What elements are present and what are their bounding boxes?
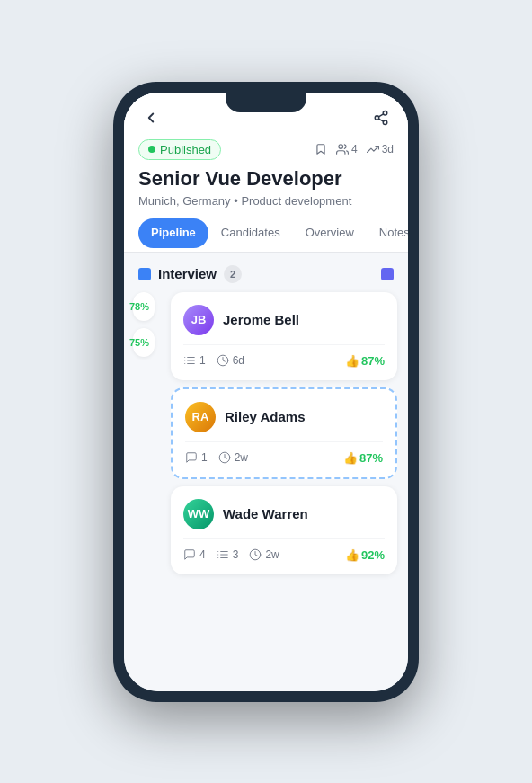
main-content: Interview 2 78% 75% [124,253,408,587]
svg-line-3 [378,119,383,121]
stat-list-jerome: 1 [183,354,206,367]
divider-riley [185,441,383,442]
tabs-bar: Pipeline Candidates Overview Notes [124,218,408,253]
stat-list-wade: 3 [217,548,239,561]
section-right-indicator [381,268,394,280]
avatar-initials-wade: WW [188,507,210,521]
candidate-stats-wade: 4 [183,548,385,562]
screen-content: Published [124,93,408,691]
divider-wade [183,538,385,539]
job-location: Munich, Germany [138,194,231,208]
candidate-card-wade[interactable]: WW Wade Warren 4 [171,486,397,574]
header: Published [124,93,408,253]
applicants-count: 4 [351,143,358,156]
match-percent-wade: 👍 92% [345,548,385,562]
peek-card-2: 75% [133,328,155,357]
avatar-initials-riley: RA [192,410,209,423]
candidate-header-riley: RA Riley Adams [185,402,383,432]
phone-screen: Published [124,93,408,691]
match-value-jerome: 87% [361,354,385,368]
published-badge: Published [138,139,221,160]
phone-notch [226,93,306,112]
published-label: Published [160,143,211,156]
candidate-header-jerome: JB Jerome Bell [183,305,385,335]
tab-notes[interactable]: Notes [367,218,408,253]
stat-chat-riley: 1 [185,451,208,464]
cards-area: 78% 75% JB [124,292,408,574]
days-ago-item: 3d [367,143,394,156]
section-count-badge: 2 [224,265,242,283]
job-department: Product development [241,194,351,208]
bookmark-icon-item[interactable] [315,143,327,156]
candidate-name-jerome: Jerome Bell [223,312,299,327]
candidate-card-riley[interactable]: RA Riley Adams 1 [171,387,397,479]
stat-time-riley: 2w [218,451,248,464]
svg-line-4 [378,113,383,116]
candidate-header-wade: WW Wade Warren [183,499,385,529]
stat-chat-count-riley: 1 [201,451,208,464]
status-row: Published [138,139,394,160]
phone-frame: Published [113,82,419,702]
candidate-name-riley: Riley Adams [225,409,305,424]
tab-overview[interactable]: Overview [293,218,367,253]
peek-percent-2: 75% [129,337,149,348]
share-button[interactable] [368,105,394,130]
avatar-riley: RA [185,402,216,432]
job-title: Senior Vue Developer [138,167,394,191]
match-value-riley: 87% [359,451,383,465]
divider-jerome [183,344,385,345]
stat-time-value-jerome: 6d [233,354,244,367]
peek-percent-1: 78% [129,301,149,312]
tab-candidates[interactable]: Candidates [208,218,293,253]
applicants-count-item: 4 [336,143,358,156]
section-title: Interview [158,266,217,281]
stat-chat-wade: 4 [183,548,206,561]
main-cards-column: JB Jerome Bell [160,292,408,574]
candidate-name-wade: Wade Warren [223,506,308,521]
avatar-initials-jerome: JB [191,313,207,326]
avatar-wade: WW [183,499,214,529]
match-value-wade: 92% [361,548,385,562]
left-peek-column: 78% 75% [124,292,160,574]
avatar-jerome: JB [183,305,214,335]
back-button[interactable] [138,105,164,130]
match-percent-riley: 👍 87% [343,451,383,465]
stat-time-value-riley: 2w [235,451,248,464]
stat-time-jerome: 6d [217,354,244,367]
stat-time-wade: 2w [249,548,279,561]
svg-point-5 [339,145,343,149]
stat-chat-count-wade: 4 [200,548,206,561]
candidate-card-jerome[interactable]: JB Jerome Bell [171,292,397,380]
candidate-stats-riley: 1 2w 👍 [185,451,383,465]
job-meta: Munich, Germany • Product development [138,194,394,208]
status-icons: 4 3d [315,143,394,156]
section-header: Interview 2 [124,265,408,283]
thumb-up-icon-riley: 👍 [343,451,358,465]
tab-pipeline[interactable]: Pipeline [138,218,208,248]
section-color-block [138,268,151,280]
stat-time-value-wade: 2w [265,548,279,561]
match-percent-jerome: 👍 87% [345,354,385,368]
thumb-up-icon-wade: 👍 [345,548,359,562]
stat-list-count-jerome: 1 [200,354,206,367]
online-indicator [148,146,155,153]
stat-list-count-wade: 3 [233,548,239,561]
thumb-up-icon-jerome: 👍 [345,354,359,368]
candidate-stats-jerome: 1 6d 👍 [183,354,385,368]
days-ago: 3d [382,143,394,156]
peek-card-1: 78% [133,292,155,321]
